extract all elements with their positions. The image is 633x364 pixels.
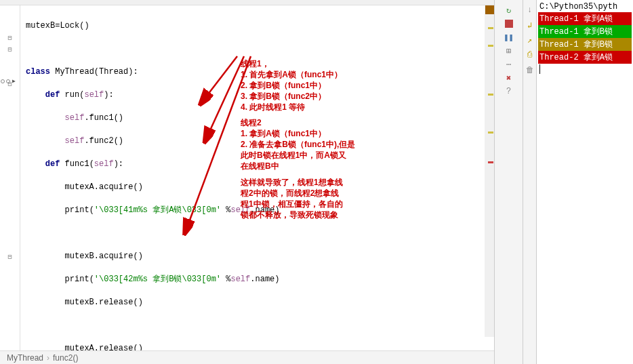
- editor-pane: ▶ ⊟ ⊟ ⊟ ⊟: [0, 0, 495, 364]
- output-line: Thread-1 拿到A锁: [538, 12, 632, 25]
- bookmark-indicator[interactable]: ▶: [0, 78, 16, 84]
- pause-icon[interactable]: ❚❚: [503, 31, 515, 43]
- output-header: C:\Python35\pyth: [538, 1, 632, 12]
- rerun-icon[interactable]: ↻: [503, 4, 515, 16]
- help-icon[interactable]: ?: [503, 85, 515, 98]
- output-line: Thread-2 拿到A锁: [538, 51, 632, 64]
- run-toolbar: ↻ ❚❚ ⊞ ⋯ ✖ ?: [495, 0, 523, 364]
- breadcrumb[interactable]: MyThread › func2(): [0, 350, 494, 364]
- close-icon[interactable]: ✖: [503, 72, 515, 84]
- stop-icon[interactable]: [503, 18, 515, 30]
- cursor: [539, 64, 540, 74]
- wrap-icon[interactable]: ↲: [524, 19, 536, 31]
- fold-icon[interactable]: ⊟: [7, 34, 12, 42]
- down-icon[interactable]: ↓: [524, 4, 536, 16]
- output-toolbar: ↓ ↲ ↗ ⎙ 🗑: [523, 0, 537, 364]
- dump-icon[interactable]: ⊞: [503, 45, 515, 57]
- output-pane[interactable]: C:\Python35\pyth Thread-1 拿到A锁 Thread-1 …: [537, 0, 633, 364]
- fold-icon[interactable]: ⊟: [7, 45, 12, 54]
- scrollbar-vertical[interactable]: [485, 5, 494, 337]
- print-icon[interactable]: ⎙: [524, 49, 536, 61]
- annotation-arrows: [20, 5, 427, 344]
- gutter: ⊟ ⊟ ⊟ ⊟: [0, 5, 20, 350]
- code-area[interactable]: ⊟ ⊟ ⊟ ⊟ mutexB=Lo: [0, 5, 494, 350]
- export-icon[interactable]: ↗: [524, 34, 536, 46]
- breadcrumb-class[interactable]: MyThread: [7, 353, 43, 363]
- tabs-bar: [0, 0, 494, 5]
- output-line: Thread-1 拿到B锁: [538, 25, 632, 38]
- code-content[interactable]: mutexB=Lock() class MyThread(Thread): de…: [20, 5, 494, 350]
- breadcrumb-sep: ›: [47, 353, 49, 363]
- output-line: Thread-1 拿到B锁: [538, 38, 632, 51]
- trash-icon[interactable]: 🗑: [524, 64, 536, 76]
- more-icon[interactable]: ⋯: [503, 58, 515, 70]
- code-line: mutexB=Lock(): [26, 20, 494, 32]
- fold-icon[interactable]: ⊟: [7, 253, 12, 261]
- breadcrumb-method[interactable]: func2(): [53, 353, 78, 363]
